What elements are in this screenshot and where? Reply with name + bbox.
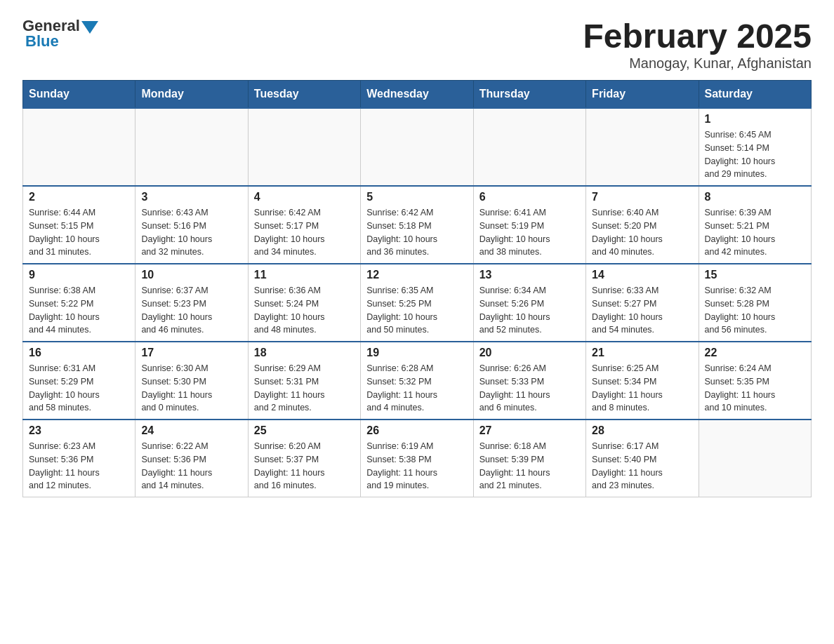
calendar-cell: 6Sunrise: 6:41 AMSunset: 5:19 PMDaylight… xyxy=(473,186,585,264)
day-number: 16 xyxy=(29,347,129,359)
day-number: 14 xyxy=(592,269,692,281)
calendar-cell xyxy=(248,108,360,186)
day-info: Sunrise: 6:42 AMSunset: 5:17 PMDaylight:… xyxy=(254,206,355,259)
calendar-cell: 8Sunrise: 6:39 AMSunset: 5:21 PMDaylight… xyxy=(699,186,811,264)
day-number: 9 xyxy=(29,269,129,281)
day-number: 25 xyxy=(254,424,355,437)
day-number: 1 xyxy=(705,113,805,126)
day-info: Sunrise: 6:43 AMSunset: 5:16 PMDaylight:… xyxy=(141,206,241,259)
calendar-cell: 4Sunrise: 6:42 AMSunset: 5:17 PMDaylight… xyxy=(248,186,360,264)
calendar-cell: 22Sunrise: 6:24 AMSunset: 5:35 PMDayligh… xyxy=(699,342,811,420)
calendar-cell: 27Sunrise: 6:18 AMSunset: 5:39 PMDayligh… xyxy=(473,420,585,497)
calendar-cell xyxy=(361,108,473,186)
day-info: Sunrise: 6:24 AMSunset: 5:35 PMDaylight:… xyxy=(705,362,805,415)
day-info: Sunrise: 6:41 AMSunset: 5:19 PMDaylight:… xyxy=(479,206,580,259)
weekday-header-monday: Monday xyxy=(135,81,248,109)
calendar-week-row: 16Sunrise: 6:31 AMSunset: 5:29 PMDayligh… xyxy=(23,342,812,420)
day-info: Sunrise: 6:22 AMSunset: 5:36 PMDaylight:… xyxy=(141,440,241,492)
day-info: Sunrise: 6:33 AMSunset: 5:27 PMDaylight:… xyxy=(592,284,692,337)
weekday-header-sunday: Sunday xyxy=(23,81,135,109)
calendar-cell: 13Sunrise: 6:34 AMSunset: 5:26 PMDayligh… xyxy=(473,264,585,342)
day-info: Sunrise: 6:36 AMSunset: 5:24 PMDaylight:… xyxy=(254,284,355,337)
calendar-cell: 11Sunrise: 6:36 AMSunset: 5:24 PMDayligh… xyxy=(248,264,360,342)
calendar-week-row: 23Sunrise: 6:23 AMSunset: 5:36 PMDayligh… xyxy=(23,420,812,497)
day-number: 23 xyxy=(29,424,129,437)
calendar-cell: 19Sunrise: 6:28 AMSunset: 5:32 PMDayligh… xyxy=(361,342,473,420)
day-number: 13 xyxy=(479,269,580,281)
calendar-cell xyxy=(586,108,699,186)
weekday-header-tuesday: Tuesday xyxy=(248,81,360,109)
day-number: 4 xyxy=(254,191,355,203)
day-info: Sunrise: 6:30 AMSunset: 5:30 PMDaylight:… xyxy=(141,362,241,415)
calendar-cell: 18Sunrise: 6:29 AMSunset: 5:31 PMDayligh… xyxy=(248,342,360,420)
day-number: 6 xyxy=(479,191,580,203)
calendar-cell: 23Sunrise: 6:23 AMSunset: 5:36 PMDayligh… xyxy=(23,420,135,497)
day-number: 20 xyxy=(479,347,580,359)
weekday-header-thursday: Thursday xyxy=(473,81,585,109)
day-info: Sunrise: 6:25 AMSunset: 5:34 PMDaylight:… xyxy=(592,362,692,415)
calendar-cell: 9Sunrise: 6:38 AMSunset: 5:22 PMDaylight… xyxy=(23,264,135,342)
day-number: 3 xyxy=(141,191,241,203)
calendar-week-row: 2Sunrise: 6:44 AMSunset: 5:15 PMDaylight… xyxy=(23,186,812,264)
day-number: 18 xyxy=(254,347,355,359)
calendar-cell: 15Sunrise: 6:32 AMSunset: 5:28 PMDayligh… xyxy=(699,264,811,342)
calendar-cell: 1Sunrise: 6:45 AMSunset: 5:14 PMDaylight… xyxy=(699,108,811,186)
day-info: Sunrise: 6:34 AMSunset: 5:26 PMDaylight:… xyxy=(479,284,580,337)
calendar-cell xyxy=(23,108,135,186)
page-header: General Blue February 2025 Manogay, Kuna… xyxy=(22,17,812,72)
calendar-cell: 24Sunrise: 6:22 AMSunset: 5:36 PMDayligh… xyxy=(135,420,248,497)
day-info: Sunrise: 6:19 AMSunset: 5:38 PMDaylight:… xyxy=(366,440,467,492)
weekday-header-friday: Friday xyxy=(586,81,699,109)
day-number: 28 xyxy=(592,424,692,437)
calendar-cell: 10Sunrise: 6:37 AMSunset: 5:23 PMDayligh… xyxy=(135,264,248,342)
logo: General Blue xyxy=(22,17,98,51)
day-info: Sunrise: 6:42 AMSunset: 5:18 PMDaylight:… xyxy=(366,206,467,259)
day-number: 8 xyxy=(705,191,805,203)
day-info: Sunrise: 6:17 AMSunset: 5:40 PMDaylight:… xyxy=(592,440,692,492)
calendar-cell: 14Sunrise: 6:33 AMSunset: 5:27 PMDayligh… xyxy=(586,264,699,342)
day-info: Sunrise: 6:26 AMSunset: 5:33 PMDaylight:… xyxy=(479,362,580,415)
calendar-week-row: 9Sunrise: 6:38 AMSunset: 5:22 PMDaylight… xyxy=(23,264,812,342)
calendar-cell: 12Sunrise: 6:35 AMSunset: 5:25 PMDayligh… xyxy=(361,264,473,342)
calendar-cell: 2Sunrise: 6:44 AMSunset: 5:15 PMDaylight… xyxy=(23,186,135,264)
day-number: 7 xyxy=(592,191,692,203)
day-number: 11 xyxy=(254,269,355,281)
day-info: Sunrise: 6:40 AMSunset: 5:20 PMDaylight:… xyxy=(592,206,692,259)
calendar-table: SundayMondayTuesdayWednesdayThursdayFrid… xyxy=(22,80,812,497)
day-info: Sunrise: 6:32 AMSunset: 5:28 PMDaylight:… xyxy=(705,284,805,337)
day-info: Sunrise: 6:18 AMSunset: 5:39 PMDaylight:… xyxy=(479,440,580,492)
calendar-cell: 7Sunrise: 6:40 AMSunset: 5:20 PMDaylight… xyxy=(586,186,699,264)
calendar-title: February 2025 xyxy=(583,17,812,55)
day-info: Sunrise: 6:20 AMSunset: 5:37 PMDaylight:… xyxy=(254,440,355,492)
calendar-cell: 3Sunrise: 6:43 AMSunset: 5:16 PMDaylight… xyxy=(135,186,248,264)
day-info: Sunrise: 6:37 AMSunset: 5:23 PMDaylight:… xyxy=(141,284,241,337)
day-number: 22 xyxy=(705,347,805,359)
calendar-header-row: SundayMondayTuesdayWednesdayThursdayFrid… xyxy=(23,81,812,109)
calendar-cell: 20Sunrise: 6:26 AMSunset: 5:33 PMDayligh… xyxy=(473,342,585,420)
day-number: 10 xyxy=(141,269,241,281)
calendar-cell: 21Sunrise: 6:25 AMSunset: 5:34 PMDayligh… xyxy=(586,342,699,420)
day-number: 17 xyxy=(141,347,241,359)
day-number: 24 xyxy=(141,424,241,437)
weekday-header-wednesday: Wednesday xyxy=(361,81,473,109)
calendar-cell xyxy=(135,108,248,186)
calendar-subtitle: Manogay, Kunar, Afghanistan xyxy=(583,55,812,72)
day-info: Sunrise: 6:23 AMSunset: 5:36 PMDaylight:… xyxy=(29,440,129,492)
calendar-cell: 17Sunrise: 6:30 AMSunset: 5:30 PMDayligh… xyxy=(135,342,248,420)
day-number: 2 xyxy=(29,191,129,203)
day-number: 26 xyxy=(366,424,467,437)
day-info: Sunrise: 6:28 AMSunset: 5:32 PMDaylight:… xyxy=(366,362,467,415)
logo-triangle-icon xyxy=(81,21,98,34)
day-info: Sunrise: 6:45 AMSunset: 5:14 PMDaylight:… xyxy=(705,128,805,181)
calendar-cell: 16Sunrise: 6:31 AMSunset: 5:29 PMDayligh… xyxy=(23,342,135,420)
calendar-cell: 25Sunrise: 6:20 AMSunset: 5:37 PMDayligh… xyxy=(248,420,360,497)
day-number: 19 xyxy=(366,347,467,359)
day-info: Sunrise: 6:35 AMSunset: 5:25 PMDaylight:… xyxy=(366,284,467,337)
calendar-cell xyxy=(699,420,811,497)
day-number: 5 xyxy=(366,191,467,203)
day-info: Sunrise: 6:44 AMSunset: 5:15 PMDaylight:… xyxy=(29,206,129,259)
calendar-week-row: 1Sunrise: 6:45 AMSunset: 5:14 PMDaylight… xyxy=(23,108,812,186)
calendar-cell: 26Sunrise: 6:19 AMSunset: 5:38 PMDayligh… xyxy=(361,420,473,497)
day-number: 21 xyxy=(592,347,692,359)
calendar-cell: 28Sunrise: 6:17 AMSunset: 5:40 PMDayligh… xyxy=(586,420,699,497)
